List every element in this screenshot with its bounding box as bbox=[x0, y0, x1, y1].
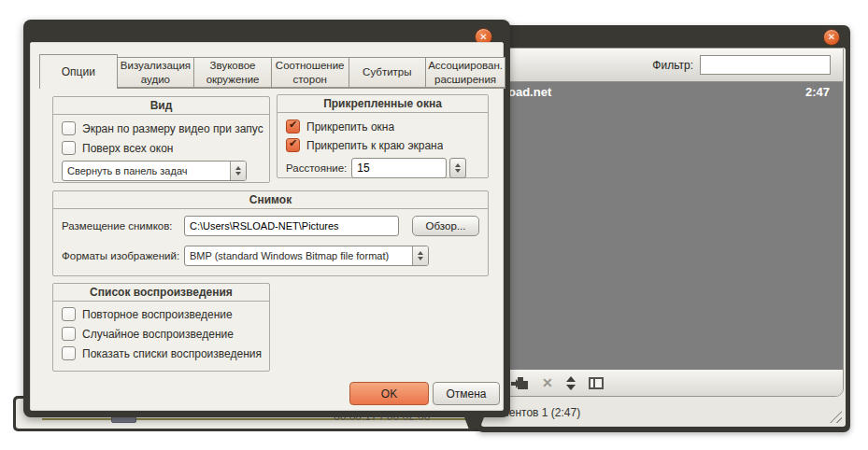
docking-group: Прикрепленные окна ✔ Прикрепить окна ✔ П… bbox=[277, 94, 489, 178]
delete-icon: ✕ bbox=[542, 376, 553, 389]
check-icon: ✔ bbox=[287, 120, 299, 131]
shuffle-label: Случайное воспроизведение bbox=[82, 328, 234, 341]
minimize-behavior-value: Свернуть в панель задач bbox=[63, 162, 230, 180]
cancel-button[interactable]: Отмена bbox=[433, 382, 500, 405]
shuffle-checkbox[interactable] bbox=[62, 327, 76, 341]
options-dialog: ✕ Опции Визуализация аудио Звуковое окру… bbox=[23, 20, 510, 417]
tab-bar: Опции Визуализация аудио Звуковое окруже… bbox=[39, 54, 505, 89]
close-icon: ✕ bbox=[828, 32, 835, 42]
sort-up-down-icon bbox=[566, 376, 576, 390]
tab-aspect-ratio[interactable]: Соотношение сторон bbox=[271, 57, 349, 88]
snapshot-format-label: Форматы изображений: bbox=[62, 250, 179, 261]
spinner-arrows-icon[interactable] bbox=[230, 162, 246, 180]
spinner-up-icon bbox=[455, 163, 461, 167]
columns-icon bbox=[589, 377, 604, 389]
snapshot-group-title: Снимок bbox=[53, 191, 488, 209]
view-group-title: Вид bbox=[53, 97, 269, 115]
add-file-icon bbox=[510, 376, 529, 390]
snapshot-group: Снимок Размещение снимков: Обзор... Форм… bbox=[52, 190, 489, 276]
dock-edge-row: ✔ Прикрепить к краю экрана bbox=[286, 138, 443, 152]
tab-options[interactable]: Опции bbox=[39, 54, 118, 89]
repeat-label: Повторное воспроизведение bbox=[82, 308, 233, 321]
shuffle-row: Случайное воспроизведение bbox=[62, 327, 234, 341]
fit-screen-row: Экран по размеру видео при запус bbox=[62, 121, 263, 135]
playlist-window: ✕ Фильтр: oad.net 2:47 bbox=[477, 25, 850, 432]
show-playlists-checkbox[interactable] bbox=[62, 346, 76, 360]
distance-label: Расстояние: bbox=[286, 162, 347, 174]
dock-edge-label: Прикрепить к краю экрана bbox=[306, 139, 443, 152]
sort-button[interactable] bbox=[566, 373, 576, 392]
fit-screen-checkbox[interactable] bbox=[62, 121, 76, 135]
playlist-window-body: Фильтр: oad.net 2:47 ✕ bbox=[481, 48, 846, 427]
fit-screen-label: Экран по размеру видео при запус bbox=[82, 122, 263, 135]
resize-grip[interactable] bbox=[830, 411, 842, 423]
repeat-checkbox[interactable] bbox=[62, 307, 76, 321]
always-on-top-label: Поверх всех окон bbox=[82, 142, 173, 155]
minimize-behavior-select[interactable]: Свернуть в панель задач bbox=[62, 161, 247, 181]
playlist-group-title: Список воспроизведения bbox=[53, 284, 269, 302]
close-icon: ✕ bbox=[479, 32, 487, 42]
playlist-options-group: Список воспроизведения Повторное воспрои… bbox=[52, 283, 270, 372]
dock-windows-checkbox[interactable]: ✔ bbox=[286, 120, 300, 134]
playlist-titlebar[interactable] bbox=[477, 25, 850, 48]
repeat-row: Повторное воспроизведение bbox=[62, 307, 233, 321]
spinner-arrows-icon[interactable] bbox=[412, 246, 428, 265]
filter-bar: Фильтр: bbox=[484, 49, 843, 82]
snapshot-format-value: BMP (standard Windows Bitmap file format… bbox=[185, 246, 412, 265]
tab-associated-extensions[interactable]: Ассоциирован. расширения bbox=[425, 57, 505, 88]
snapshot-location-input[interactable] bbox=[184, 216, 399, 236]
dock-edge-checkbox[interactable]: ✔ bbox=[286, 138, 300, 152]
show-playlists-label: Показать списки воспроизведения bbox=[82, 347, 262, 360]
tab-audio-visualization[interactable]: Визуализация аудио bbox=[117, 57, 195, 88]
distance-row: Расстояние: bbox=[286, 158, 466, 178]
playlist-close-button[interactable]: ✕ bbox=[823, 29, 840, 46]
docking-group-title: Прикрепленные окна bbox=[277, 95, 488, 113]
playlist-item[interactable]: oad.net 2:47 bbox=[484, 82, 843, 102]
snapshot-format-select[interactable]: BMP (standard Windows Bitmap file format… bbox=[184, 246, 429, 266]
playlist-item-duration: 2:47 bbox=[805, 85, 830, 99]
tab-sound-environment[interactable]: Звуковое окружение bbox=[193, 57, 272, 88]
distance-input[interactable] bbox=[351, 158, 447, 178]
spinner-down-icon bbox=[455, 169, 461, 173]
dialog-content: Опции Визуализация аудио Звуковое окруже… bbox=[30, 42, 504, 411]
playlist-toolbar: ✕ bbox=[484, 370, 843, 396]
ok-button[interactable]: OK bbox=[349, 382, 429, 405]
dialog-titlebar[interactable] bbox=[23, 20, 510, 42]
playlist-list[interactable]: oad.net 2:47 bbox=[484, 82, 843, 370]
distance-spinner[interactable] bbox=[449, 158, 466, 178]
columns-button[interactable] bbox=[589, 373, 604, 392]
check-icon: ✔ bbox=[287, 138, 299, 149]
view-group: Вид Экран по размеру видео при запус Пов… bbox=[52, 96, 270, 183]
dock-windows-label: Прикрепить окна bbox=[306, 120, 394, 134]
browse-button[interactable]: Обзор... bbox=[412, 216, 479, 236]
playlist-panel: Фильтр: oad.net 2:47 ✕ bbox=[483, 48, 844, 397]
always-on-top-checkbox[interactable] bbox=[62, 141, 76, 155]
always-on-top-row: Поверх всех окон bbox=[62, 141, 173, 155]
tab-subtitles[interactable]: Субтитры bbox=[349, 57, 427, 88]
filter-label: Фильтр: bbox=[652, 59, 693, 72]
remove-item-button[interactable]: ✕ bbox=[542, 373, 553, 392]
show-playlists-row: Показать списки воспроизведения bbox=[62, 346, 262, 360]
dock-windows-row: ✔ Прикрепить окна bbox=[286, 120, 394, 134]
snapshot-location-label: Размещение снимков: bbox=[62, 220, 173, 232]
add-item-button[interactable] bbox=[510, 373, 529, 392]
playlist-item-name: oad.net bbox=[508, 85, 551, 99]
filter-input[interactable] bbox=[700, 55, 831, 75]
